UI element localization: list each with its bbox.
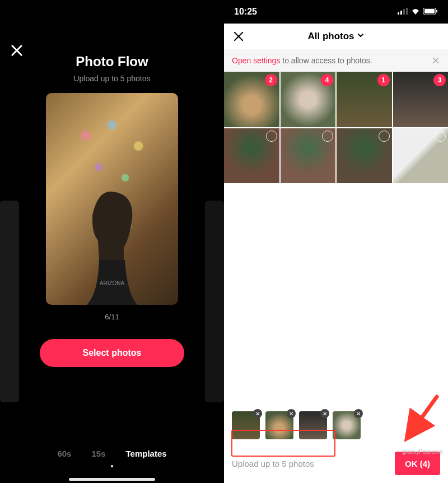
- home-indicator[interactable]: [69, 478, 155, 481]
- wifi-icon: [411, 7, 420, 17]
- svg-rect-4: [403, 9, 405, 15]
- tab-15s[interactable]: 15s: [91, 449, 105, 458]
- close-icon[interactable]: [9, 43, 25, 58]
- photo-thumbnail[interactable]: [281, 128, 336, 184]
- photo-thumbnail[interactable]: 2: [224, 72, 279, 127]
- preview-neighbor-right[interactable]: [205, 201, 224, 402]
- tab-60s[interactable]: 60s: [57, 449, 71, 458]
- status-bar: 10:25: [224, 0, 448, 24]
- selection-circle[interactable]: [435, 131, 446, 142]
- photo-thumbnail[interactable]: [393, 128, 449, 184]
- ok-button[interactable]: OK (4): [395, 452, 440, 475]
- watermark: groovyPost.com: [402, 449, 442, 455]
- selection-circle[interactable]: [266, 131, 277, 142]
- selection-badge[interactable]: 3: [433, 74, 446, 86]
- remove-photo-icon[interactable]: ✕: [320, 409, 329, 418]
- selection-circle[interactable]: [322, 131, 333, 142]
- remove-photo-icon[interactable]: ✕: [253, 409, 262, 418]
- photo-picker-screen: 10:25 All photos Open settings to allow …: [224, 0, 448, 483]
- select-photos-button[interactable]: Select photos: [40, 339, 184, 367]
- photo-thumbnail[interactable]: [224, 128, 279, 184]
- banner-text: to allow access to photos.: [280, 56, 372, 65]
- album-title: All photos: [307, 31, 354, 42]
- photo-thumbnail[interactable]: 4: [281, 72, 336, 127]
- selection-badge[interactable]: 2: [265, 74, 277, 86]
- permission-banner: Open settings to allow access to photos.: [224, 49, 448, 72]
- svg-text:ARIZONA: ARIZONA: [100, 280, 125, 286]
- close-icon[interactable]: [431, 56, 440, 65]
- svg-rect-2: [398, 12, 399, 15]
- template-title: Photo Flow: [0, 54, 224, 69]
- remove-photo-icon[interactable]: ✕: [354, 409, 363, 418]
- svg-rect-5: [406, 8, 408, 15]
- photo-thumbnail[interactable]: [337, 128, 392, 184]
- photo-thumbnail[interactable]: 1: [337, 72, 392, 127]
- picker-header: All photos: [224, 24, 448, 49]
- tab-indicator-dot: [111, 465, 113, 467]
- preview-neighbor-left[interactable]: [0, 201, 19, 402]
- bottom-tray: ✕✕✕✕ Upload up to 5 photos OK (4): [224, 406, 448, 483]
- photo-grid: 2413: [224, 72, 448, 183]
- selection-badge[interactable]: 4: [321, 74, 333, 86]
- chevron-down-icon: [357, 31, 365, 42]
- selection-circle[interactable]: [379, 131, 390, 142]
- svg-rect-8: [436, 10, 437, 13]
- svg-rect-7: [424, 9, 435, 13]
- selected-thumbnail[interactable]: ✕: [333, 411, 361, 439]
- close-icon[interactable]: [232, 30, 245, 43]
- status-time: 10:25: [234, 7, 398, 17]
- selected-thumbnail[interactable]: ✕: [265, 411, 293, 439]
- template-preview-screen: Photo Flow Upload up to 5 photos ARIZONA…: [0, 0, 224, 483]
- selection-badge[interactable]: 1: [377, 74, 390, 86]
- battery-icon: [423, 7, 438, 17]
- bottom-tabs: 60s 15s Templates: [0, 449, 224, 458]
- photo-thumbnail[interactable]: 3: [393, 72, 449, 127]
- selected-thumbnail[interactable]: ✕: [232, 411, 260, 439]
- open-settings-link[interactable]: Open settings: [232, 56, 280, 65]
- template-subtitle: Upload up to 5 photos: [0, 74, 224, 83]
- selected-strip: ✕✕✕✕: [224, 406, 448, 444]
- svg-rect-3: [400, 11, 402, 15]
- preview-carousel[interactable]: ARIZONA: [0, 93, 224, 305]
- selected-thumbnail[interactable]: ✕: [299, 411, 327, 439]
- tab-templates[interactable]: Templates: [125, 449, 166, 458]
- upload-hint: Upload up to 5 photos: [232, 459, 389, 468]
- signal-icon: [398, 7, 408, 17]
- preview-counter: 6/11: [0, 313, 224, 321]
- remove-photo-icon[interactable]: ✕: [287, 409, 296, 418]
- preview-card[interactable]: ARIZONA: [46, 93, 178, 305]
- preview-person-image: ARIZONA: [70, 182, 154, 305]
- album-dropdown[interactable]: All photos: [245, 31, 427, 42]
